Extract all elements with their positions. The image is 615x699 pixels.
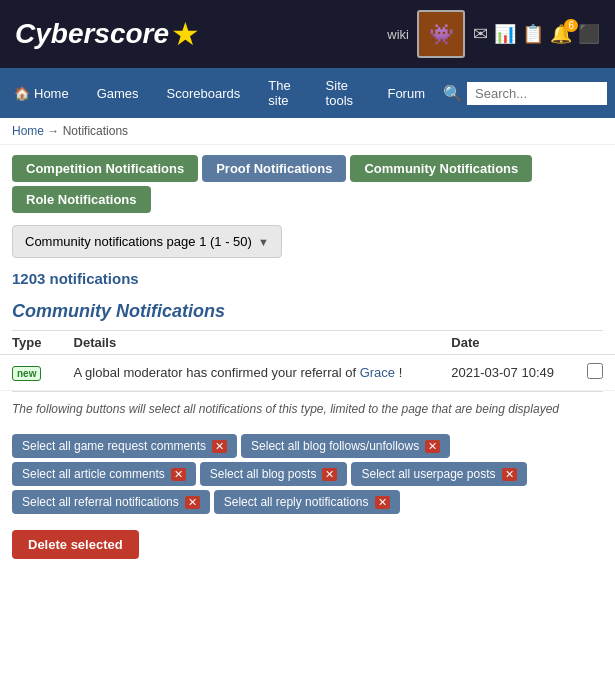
tabs-row: Competition Notifications Proof Notifica… (12, 155, 603, 182)
nav-games[interactable]: Games (83, 76, 153, 111)
new-badge: new (12, 366, 41, 381)
header-right: wiki 👾 ✉ 📊 📋 🔔 6 ⬛ (387, 10, 600, 58)
home-icon: 🏠 (14, 86, 30, 101)
btn-label: Select all reply notifications (224, 495, 369, 509)
col-check (575, 331, 615, 355)
header: Cyberscore ★ wiki 👾 ✉ 📊 📋 🔔 6 ⬛ (0, 0, 615, 68)
search-input[interactable] (467, 82, 607, 105)
close-icon: ✕ (375, 496, 390, 509)
nav-forum-label: Forum (387, 86, 425, 101)
col-details: Details (62, 331, 440, 355)
btn-label: Select all userpage posts (361, 467, 495, 481)
btn-label: Select all game request comments (22, 439, 206, 453)
notif-check-cell (575, 355, 615, 391)
breadcrumb: Home → Notifications (0, 118, 615, 145)
dropdown-label: Community notifications page 1 (1 - 50) (25, 234, 252, 249)
notif-date-cell: 2021-03-07 10:49 (439, 355, 575, 391)
notif-user-link[interactable]: Grace (360, 365, 395, 380)
dropdown-area: Community notifications page 1 (1 - 50) … (0, 213, 615, 258)
header-icons: ✉ 📊 📋 🔔 6 ⬛ (473, 23, 600, 45)
navbar: 🏠 Home Games Scoreboards The site Site t… (0, 68, 615, 118)
delete-selected-button[interactable]: Delete selected (12, 530, 139, 559)
select-blog-posts[interactable]: Select all blog posts ✕ (200, 462, 348, 486)
tabs-area: Competition Notifications Proof Notifica… (0, 145, 615, 213)
notif-details-cell: A global moderator has confirmed your re… (62, 355, 440, 391)
logo-area: Cyberscore ★ (15, 15, 200, 53)
notif-checkbox[interactable] (587, 363, 603, 379)
tab-community[interactable]: Community Notifications (350, 155, 532, 182)
select-referral-notifications[interactable]: Select all referral notifications ✕ (12, 490, 210, 514)
notif-link-suffix: ! (399, 365, 403, 380)
col-date: Date (439, 331, 575, 355)
nav-site-tools[interactable]: Site tools (312, 68, 374, 118)
logo-star: ★ (171, 15, 200, 53)
nav-home[interactable]: 🏠 Home (0, 76, 83, 111)
notification-badge: 6 (564, 19, 578, 32)
tab-competition[interactable]: Competition Notifications (12, 155, 198, 182)
page-dropdown[interactable]: Community notifications page 1 (1 - 50) … (12, 225, 282, 258)
btn-label: Select all article comments (22, 467, 165, 481)
table-row: new A global moderator has confirmed you… (0, 355, 615, 391)
section-title: Community Notifications (0, 293, 615, 330)
notif-type-cell: new (0, 355, 62, 391)
nav-home-label: Home (34, 86, 69, 101)
nav-scoreboards[interactable]: Scoreboards (153, 76, 255, 111)
select-game-request-comments[interactable]: Select all game request comments ✕ (12, 434, 237, 458)
select-article-comments[interactable]: Select all article comments ✕ (12, 462, 196, 486)
close-icon: ✕ (322, 468, 337, 481)
notification-count: 1203 notifications (0, 258, 615, 293)
notifications-table: Type Details Date new A global moderator… (0, 331, 615, 391)
nav-scoreboards-label: Scoreboards (167, 86, 241, 101)
logout-icon[interactable]: ⬛ (578, 23, 600, 45)
logo-text: Cyberscore (15, 18, 169, 50)
nav-the-site[interactable]: The site (254, 68, 311, 118)
chart-icon[interactable]: 📊 (494, 23, 516, 45)
close-icon: ✕ (212, 440, 227, 453)
search-area: 🔍 (439, 76, 615, 111)
wiki-label: wiki (387, 27, 409, 42)
btn-label: Select all blog posts (210, 467, 317, 481)
select-reply-notifications[interactable]: Select all reply notifications ✕ (214, 490, 400, 514)
nav-forum[interactable]: Forum (373, 76, 439, 111)
col-type: Type (0, 331, 62, 355)
btn-label: Select all referral notifications (22, 495, 179, 509)
help-text: The following buttons will select all no… (0, 392, 615, 426)
tab-role[interactable]: Role Notifications (12, 186, 151, 213)
select-buttons-area: Select all game request comments ✕ Selec… (0, 426, 615, 522)
bell-icon[interactable]: 🔔 6 (550, 23, 572, 45)
delete-area: Delete selected (0, 522, 615, 575)
avatar: 👾 (417, 10, 465, 58)
nav-games-label: Games (97, 86, 139, 101)
btn-label: Select all blog follows/unfollows (251, 439, 419, 453)
breadcrumb-separator: → (47, 124, 59, 138)
close-icon: ✕ (171, 468, 186, 481)
close-icon: ✕ (185, 496, 200, 509)
close-icon: ✕ (502, 468, 517, 481)
nav-the-site-label: The site (268, 78, 297, 108)
close-icon: ✕ (425, 440, 440, 453)
breadcrumb-home[interactable]: Home (12, 124, 44, 138)
tab-proof[interactable]: Proof Notifications (202, 155, 346, 182)
clipboard-icon[interactable]: 📋 (522, 23, 544, 45)
mail-icon[interactable]: ✉ (473, 23, 488, 45)
nav-site-tools-label: Site tools (326, 78, 360, 108)
chevron-down-icon: ▼ (258, 236, 269, 248)
search-button[interactable]: 🔍 (439, 76, 467, 111)
notif-text: A global moderator has confirmed your re… (74, 365, 360, 380)
select-blog-follows[interactable]: Select all blog follows/unfollows ✕ (241, 434, 450, 458)
select-userpage-posts[interactable]: Select all userpage posts ✕ (351, 462, 526, 486)
breadcrumb-current: Notifications (63, 124, 128, 138)
